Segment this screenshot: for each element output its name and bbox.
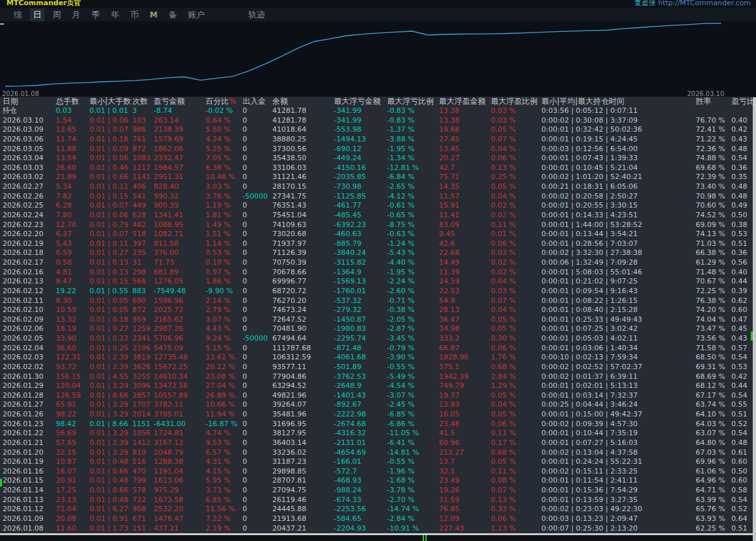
table-row[interactable]: 2026.03.0413.540.01 | 0.0610832332.477.0… <box>0 154 756 163</box>
table-row[interactable]: 2026.02.1010.590.01 | 0.058722025.722.79… <box>0 306 756 315</box>
table-row[interactable]: 2026.02.170.580.01 | 0.133171.730.10 %07… <box>0 258 756 268</box>
cell-max-float-profit: 23.48 <box>436 420 488 429</box>
table-row[interactable]: 2026.02.267.820.01 | 0.15541990.323.76 %… <box>0 192 756 202</box>
cell-pl-ratio: 0.36 <box>729 163 756 173</box>
table-row[interactable]: 2026.02.195.430.01 | 0.11397811.581.14 %… <box>0 239 756 249</box>
table-row[interactable]: 2026.01.2157.650.01 | 2.3914123167.129.5… <box>0 439 756 448</box>
table-row[interactable]: 2026.02.206.370.01 | 0.075181082.711.51 … <box>0 230 756 239</box>
cell-max-float-loss-pct: -1.96 % <box>384 467 436 477</box>
col-header-max-float-profit-pct: 最大浮盈比例 <box>488 97 539 106</box>
cell-trades: 2014 <box>130 410 151 420</box>
cell-holding-time: 0:00:25 | 0:04:44 | 3:46:24 <box>539 400 693 410</box>
cell-balance: 106312.59 <box>270 353 331 363</box>
tab-月[interactable]: 月 <box>69 8 84 21</box>
cell-balance: 36403.14 <box>270 439 331 448</box>
table-row[interactable]: 2026.02.1219.220.01 | 0.55883-7549.48-9.… <box>0 287 756 296</box>
tab-M[interactable]: M <box>147 10 161 20</box>
col-header-holding-time: 最小|平均|最大持仓时间 <box>539 97 693 106</box>
cell-profit: 2048.79 <box>151 448 203 458</box>
table-row[interactable]: 2026.02.138.470.01 | 0.155661276.051.86 … <box>0 277 756 287</box>
table-row[interactable]: 2026.01.1417.250.01 | 0.66578975.293.73 … <box>0 486 756 496</box>
cell-holding-time: 0:00:02 | 0:23:03 | 49:22:30 <box>539 505 693 514</box>
cell-net-deposit: 0 <box>240 135 270 145</box>
table-row[interactable]: 2026.02.118.300.01 | 0.056901596.962.14 … <box>0 296 756 306</box>
table-row[interactable]: 2026.01.30156.150.01 | 4.55325514610.342… <box>0 372 756 382</box>
table-row[interactable]: 2026.02.247.800.01 | 0.066281341.411.81 … <box>0 211 756 221</box>
table-row[interactable]: 2026.02.186.590.01 | 0.27235376.000.53 %… <box>0 248 756 258</box>
table-row[interactable]: 2026.03.0611.740.01 | 0.187611579.694.24… <box>0 135 756 145</box>
cell-max-float-profit-pct: 0.30 % <box>488 334 539 344</box>
table-row[interactable]: 2026.01.2032.150.01 | 3.298192048.796.57… <box>0 448 756 458</box>
table-row[interactable]: 2026.02.0533.900.01 | 0.2223415706.969.2… <box>0 334 756 344</box>
table-row[interactable]: 2026.01.2765.910.01 | 3.2917073782.1110.… <box>0 400 756 410</box>
table-row[interactable]: 2026.02.2312.700.01 | 0.794821088.951.49… <box>0 221 756 230</box>
tab-周[interactable]: 周 <box>49 8 64 21</box>
table-row[interactable]: 2026.03.0221.890.01 | 0.6611412951.3110.… <box>0 173 756 182</box>
table-row[interactable]: 2026.01.2256.690.01 | 3.2910561724.814.7… <box>0 429 756 439</box>
brand-link[interactable]: 复盈侠 http://MTCommander.com <box>634 0 751 8</box>
cell-win-rate: 64.96 % <box>693 476 729 486</box>
table-row[interactable]: 2026.01.1323.130.01 | 0.487221673.586.85… <box>0 496 756 505</box>
cell-holding-time: 0:00:01 | 0:15:36 | 7:54:29 <box>539 486 693 496</box>
cell-trades: 628 <box>130 211 151 221</box>
cell-net-deposit: 0 <box>240 410 270 420</box>
cell-holding-time: 0:00:01 | 1:44:00 | 53:28:52 <box>539 221 693 230</box>
stats-table: 日期总手数最小|大手数次数盈亏金额百分比%出入金余额最大浮亏金额最大浮亏比例最大… <box>0 97 756 541</box>
cell-max-float-loss: -449.24 <box>331 154 384 163</box>
table-row[interactable]: 2026.01.2698.220.01 | 3.2920143785.0111.… <box>0 410 756 420</box>
table-row[interactable]: 2026.01.29120.040.01 | 3.29309613472.562… <box>0 381 756 391</box>
cell-balance: 69996.77 <box>270 277 331 287</box>
table-row[interactable]: 2026.01.1271.040.01 | 6.279582532.2011.5… <box>0 505 756 514</box>
table-row[interactable]: 2026.01.1910.870.01 | 0.485161288.384.31… <box>0 457 756 467</box>
cell-max-float-profit: 36.47 <box>436 315 488 325</box>
cell-trades: 722 <box>130 496 151 505</box>
cell-lots: 16.07 <box>53 467 87 477</box>
cell-percent: 5.15 % <box>203 344 240 354</box>
table-row[interactable]: 2026.03.0326.600.01 | 0.4612171984.576.3… <box>0 163 756 173</box>
cell-percent: 0.10 % <box>203 258 240 268</box>
percent-sign: % <box>229 97 236 106</box>
table-row[interactable]: 2026.01.1520.910.01 | 0.487991613.065.95… <box>0 476 756 486</box>
table-row[interactable]: 持仓0.030.01 | 0.013-8.74-0.02 %041281.78-… <box>0 106 756 116</box>
table-row[interactable]: 2026.02.0618.190.01 | 0.2712592987.264.4… <box>0 324 756 334</box>
cell-holding-time: 0:00:01 | 0:13:59 | 3:27:35 <box>539 496 693 505</box>
table-row[interactable]: 2026.01.28126.590.01 | 8.66285710557.892… <box>0 391 756 401</box>
table-row[interactable]: 2026.02.275.340.01 | 0.11406828.403.03 %… <box>0 182 756 192</box>
vertical-scrollbar[interactable] <box>753 97 756 541</box>
table-row[interactable]: 2026.01.0920.080.01 | 0.916711476.477.22… <box>0 514 756 524</box>
tab-备[interactable]: 备 <box>165 8 180 21</box>
cell-max-float-loss: -2674.68 <box>331 420 384 429</box>
cell-trades: 470 <box>130 467 151 477</box>
cell-trades: 1259 <box>130 324 151 334</box>
table-row[interactable]: 2026.01.1616.070.01 | 0.664701191.044.15… <box>0 467 756 477</box>
cell-lot-range: 0.01 | 0.15 <box>87 277 130 287</box>
cell-trades: 3096 <box>130 381 151 391</box>
table-row[interactable]: 2026.01.2398.420.01 | 8.661151-6431.00-1… <box>0 420 756 429</box>
table-row[interactable]: 2026.03.101.540.01 | 0.06103263.140.64 %… <box>0 116 756 126</box>
cell-percent: 1.81 % <box>203 211 240 221</box>
cell-date: 2026.02.10 <box>0 306 53 315</box>
cell-max-float-loss-pct: -2.84 % <box>384 514 436 524</box>
tab-日[interactable]: 日 <box>30 8 45 21</box>
table-row[interactable]: 2026.02.0913.320.01 | 0.189592165.623.07… <box>0 315 756 325</box>
cell-win-rate: 71.03 % <box>693 239 729 249</box>
table-row[interactable]: 2026.02.0436.600.01 | 0.2521965475.095.1… <box>0 344 756 354</box>
table-row[interactable]: 2026.01.0811.600.01 | 1.73151437.212.19 … <box>0 524 756 534</box>
table-row[interactable]: 2026.02.164.810.01 | 0.13298681.890.97 %… <box>0 268 756 278</box>
table-row[interactable]: 2026.02.03122.310.01 | 2.39381912735.481… <box>0 353 756 363</box>
tab-账户[interactable]: 账户 <box>185 8 208 21</box>
cell-win-rate: 76.70 % <box>693 116 729 126</box>
tab-币[interactable]: 币 <box>127 8 142 21</box>
cell-net-deposit: 0 <box>240 268 270 278</box>
table-row[interactable]: 2026.02.256.280.01 | 0.07449900.391.19 %… <box>0 201 756 211</box>
table-row[interactable]: 2026.03.0913.650.01 | 0.079862138.395.50… <box>0 125 756 135</box>
tab-季[interactable]: 季 <box>88 8 103 21</box>
table-row[interactable]: 2026.03.0511.880.01 | 0.098721862.065.25… <box>0 145 756 154</box>
cell-win-rate <box>693 106 729 116</box>
tab-轨迹[interactable]: 轨迹 <box>245 8 268 21</box>
table-row[interactable]: 2026.02.0293.720.01 | 2.39362615672.2520… <box>0 363 756 372</box>
tab-综[interactable]: 综 <box>10 8 25 21</box>
tab-年[interactable]: 年 <box>108 8 123 21</box>
cell-lots: 33.90 <box>53 334 87 344</box>
cell-holding-time: 0:00:01 | 0:11:54 | 2:41:11 <box>539 476 693 486</box>
